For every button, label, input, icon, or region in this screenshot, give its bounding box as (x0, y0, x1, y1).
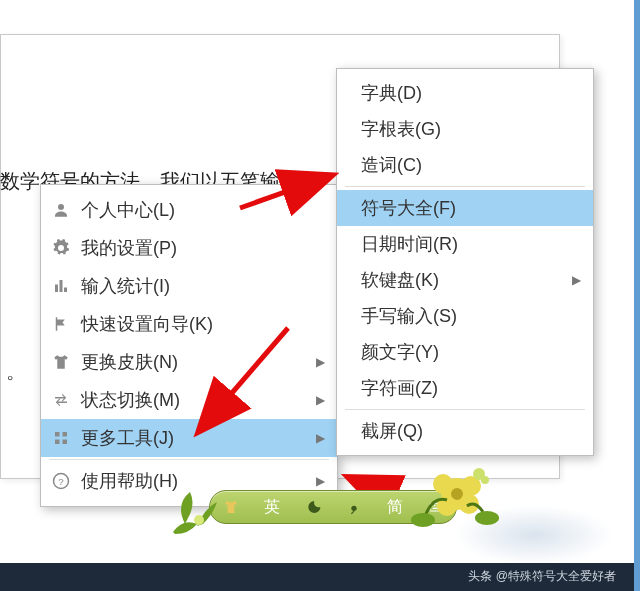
submenu-item-soft-keyboard[interactable]: 软键盘(K)▶ (337, 262, 593, 298)
menu-item-label: 造词(C) (361, 153, 581, 177)
ime-moon-icon[interactable] (305, 499, 321, 515)
menu-item-label: 手写输入(S) (361, 304, 581, 328)
flower-decoration (165, 474, 235, 544)
menu-item-label: 字符画(Z) (361, 376, 581, 400)
svg-rect-1 (55, 285, 58, 293)
menu-item-label: 状态切换(M) (81, 388, 309, 412)
flower-decoration (395, 456, 505, 556)
submenu-item-symbols[interactable]: 符号大全(F) (337, 190, 593, 226)
svg-point-21 (475, 511, 499, 525)
svg-rect-5 (63, 432, 68, 437)
menu-item-quick-setup[interactable]: 快速设置向导(K) (41, 305, 337, 343)
menu-item-label: 颜文字(Y) (361, 340, 581, 364)
svg-rect-4 (55, 432, 60, 437)
menu-separator (345, 186, 585, 187)
svg-rect-2 (60, 280, 63, 292)
submenu-item-kaomoji[interactable]: 颜文字(Y) (337, 334, 593, 370)
ime-lang-label: 英 (264, 497, 280, 518)
submenu-item-word-create[interactable]: 造词(C) (337, 147, 593, 183)
menu-item-label: 个人中心(L) (81, 198, 325, 222)
menu-item-my-settings[interactable]: 我的设置(P) (41, 229, 337, 267)
submenu-item-handwriting[interactable]: 手写输入(S) (337, 298, 593, 334)
menu-item-label: 输入统计(I) (81, 274, 325, 298)
grid-icon (41, 429, 81, 447)
menu-item-personal-center[interactable]: 个人中心(L) (41, 191, 337, 229)
menu-separator (49, 459, 329, 460)
menu-item-label: 符号大全(F) (361, 196, 581, 220)
menu-item-label: 更多工具(J) (81, 426, 309, 450)
submenu-item-datetime[interactable]: 日期时间(R) (337, 226, 593, 262)
shirt-icon (41, 353, 81, 371)
more-tools-submenu: 字典(D) 字根表(G) 造词(C) 符号大全(F) 日期时间(R) 软键盘(K… (336, 68, 594, 456)
svg-text:?: ? (58, 476, 64, 487)
menu-item-label: 日期时间(R) (361, 232, 581, 256)
svg-rect-6 (55, 440, 60, 445)
menu-item-label: 软键盘(K) (361, 268, 567, 292)
chevron-right-icon: ▶ (309, 355, 325, 369)
svg-point-24 (351, 506, 356, 511)
swap-icon (41, 391, 81, 409)
svg-point-20 (411, 513, 435, 527)
ime-punct-toggle[interactable] (346, 499, 362, 515)
ime-context-menu: 个人中心(L) 我的设置(P) 输入统计(I) 快速设置向导(K) 更换皮肤(N… (40, 184, 338, 507)
menu-item-label: 更换皮肤(N) (81, 350, 309, 374)
document-text-line: 。 (6, 358, 26, 385)
svg-point-23 (481, 476, 489, 484)
chevron-right-icon: ▶ (567, 273, 581, 287)
watermark-text: 头条 @特殊符号大全爱好者 (468, 568, 616, 585)
menu-item-label: 快速设置向导(K) (81, 312, 325, 336)
svg-rect-7 (63, 440, 68, 445)
chevron-right-icon: ▶ (309, 393, 325, 407)
submenu-item-dictionary[interactable]: 字典(D) (337, 75, 593, 111)
svg-point-16 (433, 474, 453, 494)
ime-lang-toggle[interactable]: 英 (264, 497, 280, 518)
menu-item-label: 字典(D) (361, 81, 581, 105)
help-icon: ? (41, 472, 81, 490)
menu-separator (345, 409, 585, 410)
menu-item-label: 截屏(Q) (361, 419, 581, 443)
menu-item-label: 字根表(G) (361, 117, 581, 141)
menu-item-change-skin[interactable]: 更换皮肤(N) ▶ (41, 343, 337, 381)
flag-icon (41, 315, 81, 333)
menu-item-input-stats[interactable]: 输入统计(I) (41, 267, 337, 305)
person-icon (41, 201, 81, 219)
menu-item-state-switch[interactable]: 状态切换(M) ▶ (41, 381, 337, 419)
ime-status-bar: 英 简 (165, 478, 485, 542)
submenu-item-ascii-art[interactable]: 字符画(Z) (337, 370, 593, 406)
chevron-right-icon: ▶ (309, 431, 325, 445)
menu-item-more-tools[interactable]: 更多工具(J) ▶ (41, 419, 337, 457)
svg-point-0 (58, 204, 64, 210)
submenu-item-radical-table[interactable]: 字根表(G) (337, 111, 593, 147)
gear-icon (41, 239, 81, 257)
bars-icon (41, 277, 81, 295)
svg-rect-3 (64, 288, 67, 293)
menu-item-label: 我的设置(P) (81, 236, 325, 260)
submenu-item-screenshot[interactable]: 截屏(Q) (337, 413, 593, 449)
